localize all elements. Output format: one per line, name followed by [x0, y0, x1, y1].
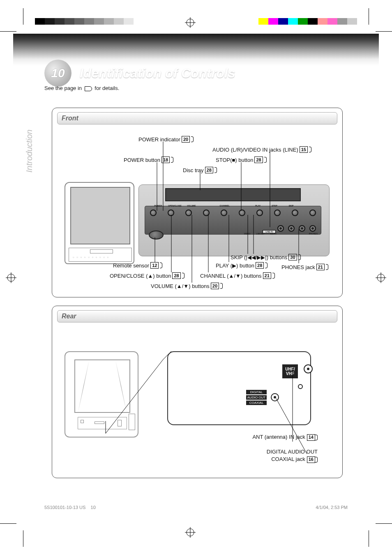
tv-back-shell: [65, 351, 138, 438]
panel-rear: Rear UHF/VHF DIGITAL AUDIO OUT COAXIAL: [52, 306, 343, 478]
volume-up-button[interactable]: [203, 210, 210, 216]
label-ant-in: ANT (antenna) IN jack14: [223, 433, 318, 441]
digital-audio-label: DIGITAL AUDIO OUT COAXIAL: [246, 390, 267, 405]
see-pages-note: See the page in for details.: [44, 85, 119, 91]
registration-mark-right: [376, 272, 386, 283]
rear-panel-zoom: UHF/VHF DIGITAL AUDIO OUT COAXIAL: [167, 351, 311, 425]
tv-back-inner: [74, 359, 130, 413]
video-jack[interactable]: [277, 225, 284, 232]
registration-mark-top: [185, 17, 196, 28]
tv-shell: ○ ○ ○ ○ ○ ○ ○ ○ ○ ○: [65, 182, 134, 264]
registration-mark-bottom: [185, 527, 196, 538]
button-row: [150, 210, 316, 216]
footer-date: 4/1/04, 2:53 PM: [316, 505, 348, 510]
device-front-illustration: ○ ○ ○ ○ ○ ○ ○ ○ ○ ○ POWEROPEN/CLOSE VOLU…: [65, 182, 332, 264]
phones-jack[interactable]: [309, 225, 316, 232]
channel-down-button[interactable]: [221, 210, 227, 216]
button-label-row: POWEROPEN/CLOSE VOLUME CHANNEL PLAYSTOP …: [150, 205, 316, 207]
tv-speaker: [90, 249, 113, 253]
antenna-jack[interactable]: [304, 364, 313, 373]
power-button[interactable]: [150, 210, 157, 216]
coaxial-jack[interactable]: [271, 393, 279, 401]
channel-up-button[interactable]: [239, 210, 245, 216]
tv-indicator-dots: ○ ○ ○ ○ ○ ○ ○ ○ ○ ○: [73, 256, 109, 258]
phones-label: PHONES: [309, 233, 318, 235]
panel-front-title: Front: [57, 112, 337, 124]
power-cord: [129, 414, 135, 430]
label-disc-tray: Disc tray28: [183, 167, 217, 173]
label-skip: SKIP (|◀◀/▶▶|) buttons30: [231, 254, 301, 260]
play-button[interactable]: [256, 210, 263, 216]
jack-row: [277, 225, 316, 232]
label-digital-out: DIGITAL AUDIO OUT COAXIAL jack16: [223, 448, 318, 463]
audio-r-jack[interactable]: [299, 225, 305, 232]
open-close-button[interactable]: [168, 210, 174, 216]
label-play: PLAY (▶) button28: [216, 262, 267, 269]
volume-down-button[interactable]: [185, 210, 192, 216]
panel-front: Front POWER indicator20 AUDIO (L/R)/VIDE…: [52, 108, 343, 297]
colorbar-cmyk: [258, 18, 357, 25]
label-remote-sensor: Remote sensor12: [113, 262, 162, 269]
tv-back-panel: [78, 417, 127, 429]
registration-mark-left: [6, 272, 16, 283]
audio-l-jack[interactable]: [288, 225, 295, 232]
panel-rear-title: Rear: [57, 310, 337, 322]
see-pages-prefix: See the page in: [44, 85, 82, 91]
sidebar-section-label: Introduction: [25, 129, 34, 173]
footer-filename: 5S100101-10-13 US 10: [44, 505, 96, 510]
uhf-vhf-label: UHF/VHF: [282, 364, 298, 378]
label-volume: VOLUME (▲/▼) buttons20: [151, 283, 223, 289]
colorbar-grayscale: [35, 18, 134, 25]
skip-back-button[interactable]: [292, 210, 298, 216]
skip-fwd-button[interactable]: [309, 210, 316, 216]
label-power-indicator: POWER indicator20: [138, 136, 194, 143]
screw-hole: [298, 384, 303, 389]
control-panel: POWEROPEN/CLOSE VOLUME CHANNEL PLAYSTOP …: [145, 206, 321, 235]
label-audio-video-in: AUDIO (L/R)/VIDEO IN jacks (LINE)15: [212, 146, 311, 153]
disc-tray: [165, 188, 301, 201]
label-open-close: OPEN/CLOSE (▲) button28: [110, 272, 184, 279]
label-stop-button: STOP(■) button28: [216, 157, 267, 163]
ref-glyph-icon: [85, 86, 92, 91]
label-power-button: POWER button18: [124, 157, 173, 163]
page-title: Identification of Controls: [80, 66, 235, 81]
see-pages-suffix: for details.: [95, 85, 119, 91]
remote-sensor: [149, 230, 164, 240]
stop-button[interactable]: [274, 210, 281, 216]
jack-labels: VIDEOL/MONOAUDIO: [244, 233, 277, 235]
label-channel: CHANNEL (▲/▼) buttons21: [200, 272, 275, 279]
header-gradient: [13, 34, 379, 66]
tv-screen: [70, 187, 130, 244]
label-phones: PHONES jack21: [281, 264, 328, 270]
page-number-badge: 10: [44, 60, 71, 87]
